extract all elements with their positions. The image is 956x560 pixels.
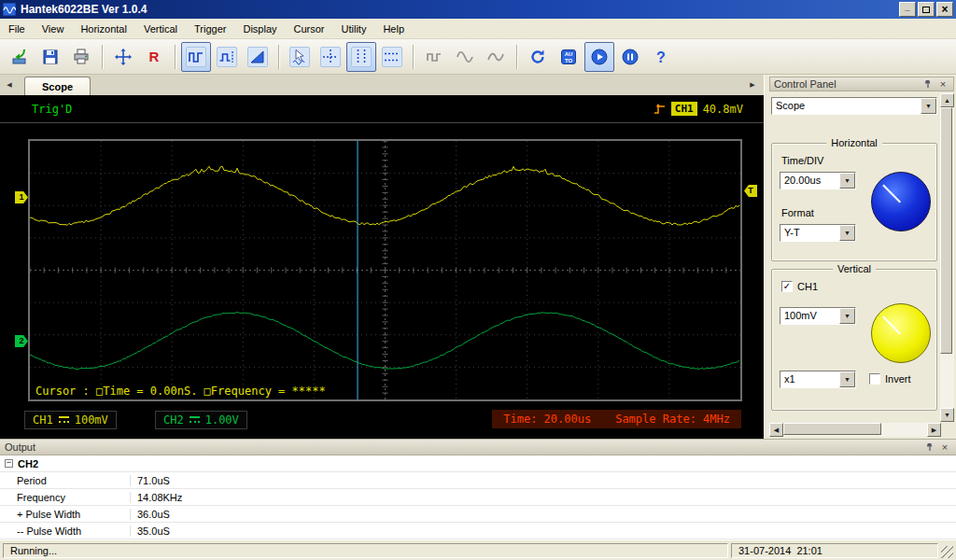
- slope-trigger-button[interactable]: [243, 42, 273, 72]
- close-button[interactable]: [936, 2, 953, 17]
- close-panel-icon[interactable]: ×: [936, 78, 949, 91]
- vertical-scrollbar[interactable]: ▲ ▼: [940, 93, 954, 422]
- dropdown-arrow-icon[interactable]: [921, 98, 936, 114]
- probe-value: x1: [780, 371, 839, 387]
- trigger-level-marker[interactable]: T: [744, 185, 757, 197]
- dropdown-arrow-icon[interactable]: [839, 371, 855, 387]
- minimize-button[interactable]: [899, 2, 916, 17]
- reference-wave-button[interactable]: R: [139, 42, 169, 72]
- menu-file[interactable]: File: [0, 20, 34, 38]
- output-group-label: CH2: [18, 458, 38, 469]
- knob-pointer: [882, 185, 901, 203]
- dropdown-arrow-icon[interactable]: [839, 225, 855, 241]
- checkbox-box: [869, 373, 880, 385]
- pause-icon: [621, 48, 640, 66]
- output-header: Output ×: [0, 440, 956, 455]
- sine-wave-button[interactable]: [450, 42, 480, 72]
- horizontal-cursor-button[interactable]: [377, 42, 407, 72]
- control-panel-header: Control Panel ×: [769, 77, 954, 91]
- volts-div-combobox[interactable]: 100mV: [780, 307, 856, 325]
- horizontal-scrollbar[interactable]: ◀ ▶: [769, 423, 941, 437]
- vertical-knob[interactable]: [871, 303, 931, 363]
- scroll-left-icon[interactable]: ◀: [769, 423, 783, 437]
- checkbox-check-icon: [781, 281, 793, 292]
- horizontal-scroll-thumb[interactable]: [783, 423, 881, 435]
- horizontal-knob[interactable]: [871, 172, 931, 231]
- tab-scope[interactable]: Scope: [24, 77, 91, 96]
- panel-selector-combobox[interactable]: Scope: [771, 97, 937, 115]
- toolbar-separator: [102, 45, 104, 69]
- cross-cursor-icon: [320, 47, 341, 67]
- auto-set-button[interactable]: AU TO: [554, 42, 583, 72]
- print-button[interactable]: [66, 42, 96, 72]
- self-calibration-icon: [114, 48, 133, 66]
- open-button[interactable]: [5, 42, 35, 72]
- toolbar-separator: [516, 45, 518, 69]
- format-label: Format: [781, 207, 814, 218]
- refresh-button[interactable]: [523, 42, 553, 72]
- start-button[interactable]: [584, 42, 614, 72]
- measurement-label: + Pulse Width: [0, 509, 131, 520]
- waveform-canvas[interactable]: [30, 141, 740, 399]
- horizontal-scroll-track[interactable]: [783, 423, 927, 437]
- vertical-cursor-button[interactable]: [346, 42, 376, 72]
- self-calibration-button[interactable]: [108, 42, 138, 72]
- pulse-trigger-button[interactable]: [212, 42, 242, 72]
- pin-icon[interactable]: [921, 78, 935, 91]
- output-group-row[interactable]: CH2: [0, 455, 956, 472]
- ch2-position-marker[interactable]: 2: [15, 335, 28, 347]
- scroll-right-icon[interactable]: ▶: [927, 423, 941, 437]
- horizontal-group: Horizontal Time/DIV 20.00us Format Y-T: [771, 143, 937, 261]
- trigger-readout: CH1 40.8mV: [654, 102, 743, 116]
- dropdown-arrow-icon[interactable]: [839, 308, 855, 324]
- tab-scroll-left-icon[interactable]: [3, 77, 16, 92]
- close-panel-icon[interactable]: ×: [938, 441, 951, 454]
- format-combobox[interactable]: Y-T: [780, 224, 856, 242]
- resize-grip[interactable]: [941, 546, 953, 558]
- measurement-label: Period: [0, 475, 131, 486]
- restore-button[interactable]: [918, 2, 935, 17]
- probe-combobox[interactable]: x1: [780, 371, 856, 388]
- invert-checkbox-label: Invert: [885, 373, 911, 385]
- scope-header-divider: [0, 122, 764, 123]
- scroll-up-icon[interactable]: ▲: [940, 93, 954, 107]
- menu-cursor[interactable]: Cursor: [286, 20, 333, 38]
- menu-view[interactable]: View: [34, 20, 73, 38]
- invert-checkbox[interactable]: Invert: [869, 373, 911, 385]
- trigger-status: Trig'D: [32, 103, 72, 116]
- vertical-scroll-thumb[interactable]: [940, 107, 952, 354]
- pause-button[interactable]: [615, 42, 645, 72]
- ch1-label: CH1: [33, 413, 53, 427]
- waveform-plot: [28, 139, 742, 401]
- pin-icon[interactable]: [923, 441, 936, 454]
- dropdown-arrow-icon[interactable]: [839, 173, 855, 189]
- help-button[interactable]: ?: [646, 42, 676, 72]
- window-title: Hantek6022BE Ver 1.0.4: [21, 3, 897, 16]
- timediv-combobox[interactable]: 20.00us: [780, 172, 856, 189]
- menu-help[interactable]: Help: [374, 20, 413, 38]
- slope-trigger-icon: [247, 47, 268, 67]
- cross-cursor-button[interactable]: [316, 42, 345, 72]
- save-button[interactable]: [35, 42, 65, 72]
- scroll-down-icon[interactable]: ▼: [940, 408, 954, 422]
- menu-horizontal[interactable]: Horizontal: [72, 20, 135, 38]
- svg-text:?: ?: [656, 49, 666, 64]
- menu-utility[interactable]: Utility: [333, 20, 375, 38]
- track-cursor-icon: [289, 47, 310, 67]
- square-wave-button[interactable]: [419, 42, 449, 72]
- output-title: Output: [5, 441, 921, 453]
- dc-coupling-icon: [59, 416, 69, 425]
- menu-vertical[interactable]: Vertical: [135, 20, 186, 38]
- collapse-icon[interactable]: [5, 459, 13, 468]
- menu-trigger[interactable]: Trigger: [186, 20, 234, 38]
- ch1-position-marker[interactable]: 1: [15, 191, 28, 203]
- menu-display[interactable]: Display: [234, 20, 285, 38]
- smooth-wave-button[interactable]: [481, 42, 511, 72]
- edge-trigger-button[interactable]: [181, 42, 211, 72]
- horizontal-cursor-icon: [382, 47, 402, 67]
- track-cursor-button[interactable]: [285, 42, 315, 72]
- vertical-scroll-track[interactable]: [940, 107, 954, 408]
- svg-text:R: R: [149, 49, 160, 64]
- tab-scroll-right-icon[interactable]: [746, 77, 759, 92]
- ch1-checkbox[interactable]: CH1: [781, 281, 818, 292]
